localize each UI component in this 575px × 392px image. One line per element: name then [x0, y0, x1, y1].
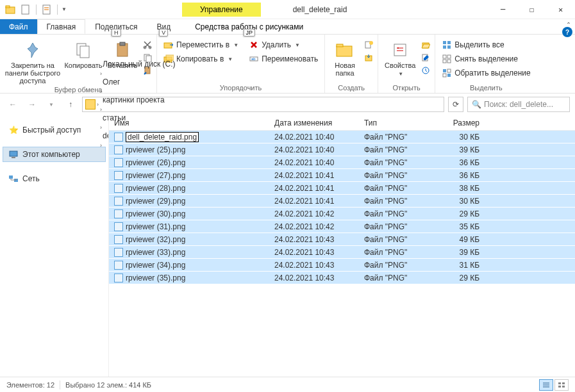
svg-rect-2 — [22, 5, 29, 14]
invert-icon — [442, 68, 452, 78]
table-row[interactable]: rpviewer (34).png24.02.2021 10:43Файл "P… — [109, 259, 575, 272]
chevron-right-icon: › — [100, 106, 102, 113]
open-icon[interactable] — [421, 40, 431, 50]
svg-rect-41 — [447, 74, 451, 77]
breadcrumb[interactable]: › Локальный диск (C:)›Олег›картинки прое… — [82, 97, 444, 112]
copy-button[interactable]: Копировать — [63, 37, 104, 69]
up-button[interactable]: ↑ — [63, 97, 78, 112]
chevron-right-icon: › — [97, 101, 99, 108]
file-date: 24.02.2021 10:41 — [274, 197, 364, 206]
edit-icon[interactable] — [421, 53, 431, 63]
back-button[interactable]: ← — [5, 97, 21, 112]
file-date: 24.02.2021 10:43 — [274, 235, 364, 244]
collapse-ribbon-icon[interactable]: ˆ? — [567, 22, 570, 31]
table-row[interactable]: rpviewer (28).png24.02.2021 10:41Файл "P… — [109, 182, 575, 195]
col-date[interactable]: Дата изменения — [274, 118, 364, 127]
sidebar-item-pc[interactable]: Этот компьютер — [3, 147, 106, 162]
sidebar-item-quick[interactable]: ⭐Быстрый доступ — [3, 122, 106, 138]
table-row[interactable]: rpviewer (35).png24.02.2021 10:43Файл "P… — [109, 272, 575, 284]
delete-icon — [249, 40, 259, 50]
maximize-button[interactable]: ☐ — [517, 1, 546, 19]
recent-dropdown[interactable]: ▼ — [44, 97, 59, 112]
main-body: ⭐Быстрый доступ Этот компьютер Сеть Имя … — [0, 115, 575, 377]
file-name: rpviewer (33).png — [126, 248, 185, 257]
quick-access-toolbar: ▼ — [0, 3, 67, 16]
rename-input[interactable]: dell_delete_raid.png — [126, 132, 199, 142]
qat-dropdown-icon[interactable]: ▼ — [62, 6, 67, 12]
file-tab[interactable]: Файл — [0, 19, 37, 34]
column-headers[interactable]: Имя Дата изменения Тип Размер — [109, 115, 575, 131]
image-file-icon — [114, 158, 123, 167]
move-to-button[interactable]: Переместить в▼ — [161, 38, 241, 51]
refresh-button[interactable]: ⟳ — [448, 97, 463, 112]
new-doc-icon[interactable] — [19, 3, 32, 16]
table-row[interactable]: rpviewer (32).png24.02.2021 10:43Файл "P… — [109, 233, 575, 246]
folder-icon[interactable] — [4, 3, 17, 16]
svg-rect-31 — [447, 41, 451, 44]
invert-selection-button[interactable]: Обратить выделение — [439, 67, 533, 79]
details-view-button[interactable] — [539, 379, 553, 391]
easy-access-icon[interactable] — [363, 53, 374, 63]
select-none-button[interactable]: Снять выделение — [439, 53, 533, 65]
select-all-button[interactable]: Выделить все — [439, 38, 533, 51]
breadcrumb-segment[interactable]: Олег — [100, 78, 178, 86]
file-size: 36 КБ — [441, 158, 479, 167]
file-date: 24.02.2021 10:40 — [274, 133, 364, 142]
col-type[interactable]: Тип — [364, 118, 441, 127]
new-item-icon[interactable] — [363, 40, 374, 50]
status-bar: Элементов: 12 Выбрано 12 элем.: 414 КБ — [0, 377, 575, 392]
table-row[interactable]: rpviewer (25).png24.02.2021 10:40Файл "P… — [109, 143, 575, 156]
breadcrumb-segment[interactable]: Локальный диск (C:) — [100, 60, 178, 69]
forward-button[interactable]: → — [24, 97, 40, 112]
table-row[interactable]: rpviewer (31).png24.02.2021 10:42Файл "P… — [109, 220, 575, 233]
col-name[interactable]: Имя — [114, 118, 274, 127]
file-list: Имя Дата изменения Тип Размер dell_delet… — [109, 115, 575, 377]
breadcrumb-segment[interactable]: картинки проекта — [100, 95, 178, 104]
properties-icon[interactable] — [40, 3, 53, 16]
svg-rect-44 — [9, 176, 13, 179]
image-file-icon — [114, 235, 123, 244]
col-size[interactable]: Размер — [441, 118, 479, 127]
svg-rect-7 — [80, 46, 89, 58]
table-row[interactable]: dell_delete_raid.png24.02.2021 10:40Файл… — [109, 131, 575, 143]
chevron-down-icon: ▼ — [233, 42, 238, 48]
properties-button[interactable]: Свойства ▼ — [382, 37, 418, 78]
home-tab[interactable]: Главная — [37, 19, 86, 34]
search-input[interactable]: 🔍 Поиск: dell_delete... — [467, 97, 570, 112]
sidebar: ⭐Быстрый доступ Этот компьютер Сеть — [0, 115, 109, 377]
file-size: 29 КБ — [441, 274, 479, 282]
image-file-icon — [114, 197, 123, 206]
file-size: 30 КБ — [441, 133, 479, 142]
separator — [57, 4, 58, 15]
svg-rect-30 — [443, 41, 446, 44]
delete-button[interactable]: Удалить▼ — [246, 38, 321, 51]
cut-icon[interactable] — [142, 40, 153, 50]
table-row[interactable]: rpviewer (26).png24.02.2021 10:40Файл "P… — [109, 156, 575, 169]
file-date: 24.02.2021 10:43 — [274, 274, 364, 282]
svg-rect-43 — [12, 157, 15, 158]
svg-rect-35 — [447, 55, 451, 58]
table-row[interactable]: rpviewer (33).png24.02.2021 10:43Файл "P… — [109, 246, 575, 259]
close-button[interactable]: ✕ — [546, 1, 575, 19]
file-size: 39 КБ — [441, 145, 479, 154]
history-icon[interactable] — [421, 65, 431, 76]
view-tab[interactable]: ВидV — [147, 19, 180, 34]
thumbnails-view-button[interactable] — [554, 379, 569, 391]
table-row[interactable]: rpviewer (30).png24.02.2021 10:42Файл "P… — [109, 208, 575, 220]
table-row[interactable]: rpviewer (29).png24.02.2021 10:41Файл "P… — [109, 195, 575, 208]
file-name: rpviewer (30).png — [126, 209, 185, 218]
context-tab[interactable]: Средства работы с рисункамиJP — [185, 19, 313, 34]
minimize-button[interactable]: ─ — [488, 1, 517, 19]
file-date: 24.02.2021 10:40 — [274, 145, 364, 154]
rename-button[interactable]: abПереименовать — [246, 53, 321, 65]
pin-button[interactable]: Закрепить на панели быстрого доступа — [4, 37, 62, 85]
file-date: 24.02.2021 10:43 — [274, 261, 364, 270]
table-row[interactable]: rpviewer (27).png24.02.2021 10:41Файл "P… — [109, 169, 575, 182]
file-size: 38 КБ — [441, 184, 479, 193]
sidebar-quick-label: Быстрый доступ — [22, 126, 81, 135]
sidebar-item-network[interactable]: Сеть — [3, 171, 106, 186]
new-folder-button[interactable]: Новая папка — [329, 37, 361, 77]
help-icon[interactable]: ? — [562, 27, 572, 37]
file-date: 24.02.2021 10:43 — [274, 248, 364, 257]
share-tab[interactable]: ПоделитьсяH — [85, 19, 147, 34]
